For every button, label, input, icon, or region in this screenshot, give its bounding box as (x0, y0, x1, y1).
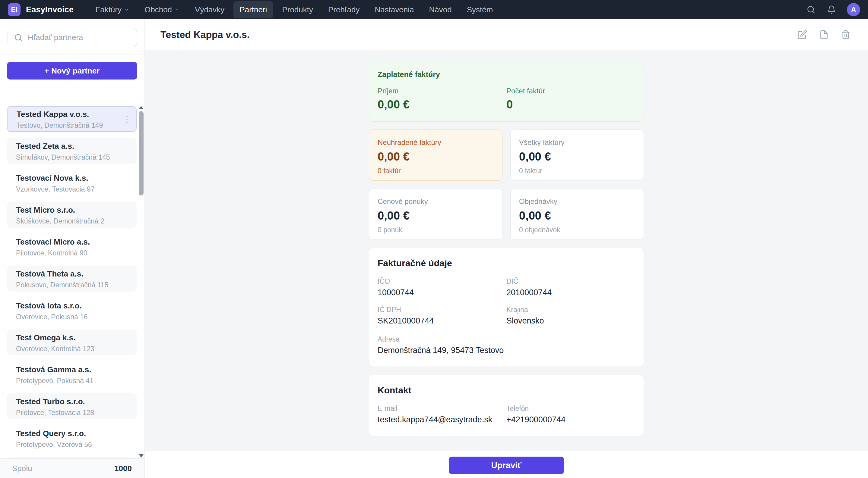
card-subtext: 0 faktúr (519, 167, 635, 175)
user-avatar[interactable]: A (847, 3, 860, 16)
partner-sidebar: + Nový partner Tested Kappa v.o.s. Testo… (0, 19, 145, 478)
nav-item-obchod[interactable]: Obchod (138, 1, 186, 19)
field-ico: IČO 10000744 (378, 277, 506, 297)
new-partner-button[interactable]: + Nový partner (7, 62, 137, 79)
search-input[interactable] (28, 33, 131, 42)
card-subtext: 0 faktúr (378, 167, 494, 175)
page-title: Tested Kappa v.o.s. (160, 29, 250, 40)
detail-header: Tested Kappa v.o.s. (145, 19, 868, 50)
trash-icon (841, 30, 850, 39)
nav-item-produkty[interactable]: Produkty (276, 1, 319, 19)
field-telefon: Telefón +421900000744 (506, 405, 635, 424)
card-title: Zaplatené faktúry (378, 70, 635, 79)
contact-card: Kontakt E-mail tested.kappa744@easytrade… (369, 375, 644, 436)
field-krajina: Krajina Slovensko (506, 306, 635, 326)
chevron-down-icon (124, 7, 129, 12)
unpaid-invoices-card: Neuhradené faktúry 0,00 € 0 faktúr (369, 130, 502, 181)
field-adresa: Adresa Demonštračná 149, 95473 Testovo (378, 335, 635, 355)
partner-name: Tested Zeta a.s. (16, 142, 128, 151)
list-item[interactable]: Tested Kappa v.o.s. Testovo, Demonštračn… (7, 106, 136, 132)
card-subtext: 0 objednávok (519, 226, 635, 234)
main-panel: Tested Kappa v.o.s. Zaplatené faktúry (145, 19, 868, 478)
partner-name: Testovací Micro a.s. (16, 237, 128, 247)
partner-list: Tested Kappa v.o.s. Testovo, Demonštračn… (0, 106, 138, 458)
partner-address: Testovo, Demonštračná 149 (17, 122, 128, 130)
edit-icon (798, 30, 807, 39)
sidebar-scrollbar[interactable] (138, 106, 144, 457)
search-icon (14, 33, 23, 42)
card-title: Všetky faktúry (519, 138, 635, 147)
billing-info-card: Fakturačné údaje IČO 10000744 DIČ 201000… (369, 248, 644, 367)
edit-button[interactable]: Upraviť (449, 456, 564, 474)
partner-name: Testová Theta a.s. (16, 269, 128, 279)
nav-item-partneri[interactable]: Partneri (234, 1, 273, 19)
partner-name: Tested Turbo s.r.o. (16, 397, 128, 407)
partner-address: Vzorkovce, Testovacia 97 (16, 185, 128, 193)
partner-name: Tested Query s.r.o. (16, 429, 128, 439)
all-invoices-card: Všetky faktúry 0,00 € 0 faktúr (510, 130, 644, 181)
partner-name: Tested Kappa v.o.s. (17, 110, 128, 119)
main-nav: Faktúry Obchod Výdavky Partneri Produkty… (89, 1, 499, 19)
chevron-down-icon (174, 7, 180, 12)
quotes-card: Cenové ponuky 0,00 € 0 ponúk (369, 189, 502, 240)
list-item[interactable]: Testová Gamma a.s. Prototypovo, Pokusná … (7, 362, 136, 387)
partner-address: Overovice, Pokusná 16 (16, 313, 128, 321)
card-value: 0,00 € (519, 209, 635, 222)
partner-address: Pilotovce, Kontrolná 90 (16, 249, 128, 257)
partner-address: Pokusovo, Demonštračná 115 (16, 281, 128, 289)
list-item[interactable]: Test Micro s.r.o. Skúškovce, Demonštračn… (7, 202, 136, 228)
list-item[interactable]: Test Omega k.s. Overovice, Kontrolná 123 (7, 330, 136, 355)
partner-name: Test Omega k.s. (16, 333, 128, 343)
partner-name: Testovací Nova k.s. (16, 173, 128, 183)
card-value: 0,00 € (378, 150, 494, 163)
scrollbar-thumb[interactable] (139, 111, 144, 196)
kebab-menu-icon[interactable] (124, 114, 129, 125)
delete-partner-button[interactable] (839, 28, 852, 41)
nav-item-navod[interactable]: Návod (423, 1, 458, 19)
partner-search-box (7, 28, 137, 47)
nav-item-faktury[interactable]: Faktúry (89, 1, 135, 19)
edit-partner-button[interactable] (796, 28, 809, 41)
partner-address: Simulákov, Demonštračná 145 (16, 153, 128, 162)
detail-footer: Upraviť (145, 451, 868, 478)
partner-address: Prototypovo, Vzorová 56 (16, 441, 128, 449)
list-item[interactable]: Tested Turbo s.r.o. Pilotovce, Testovaci… (7, 394, 136, 419)
list-item[interactable]: Testovací Micro a.s. Pilotovce, Kontroln… (7, 234, 136, 260)
global-search-button[interactable] (806, 4, 816, 15)
nav-item-nastavenia[interactable]: Nastavenia (369, 1, 420, 19)
nav-item-prehlady[interactable]: Prehľady (322, 1, 366, 19)
scroll-up-icon[interactable] (139, 106, 144, 109)
app-title: EasyInvoice (26, 5, 73, 14)
notifications-button[interactable] (826, 4, 837, 15)
list-item[interactable]: Tested Zeta a.s. Simulákov, Demonštračná… (7, 138, 136, 164)
section-title: Fakturačné údaje (378, 258, 635, 268)
total-label: Spolu (12, 464, 32, 473)
card-subtext: 0 ponúk (378, 226, 494, 234)
card-title: Neuhradené faktúry (378, 138, 494, 147)
paid-invoices-card: Zaplatené faktúry Príjem 0,00 € Počet fa… (369, 61, 644, 122)
brand-link[interactable]: EI EasyInvoice (8, 3, 73, 16)
nav-item-system[interactable]: Systém (461, 1, 499, 19)
income-value: 0,00 € (378, 98, 506, 111)
list-item[interactable]: Testovací Nova k.s. Vzorkovce, Testovaci… (7, 170, 136, 196)
field-dic: DIČ 2010000744 (506, 277, 635, 297)
invoice-count-label: Počet faktúr (506, 87, 635, 95)
app-logo-icon: EI (8, 3, 21, 16)
document-icon (819, 30, 829, 39)
bell-icon (827, 5, 836, 14)
list-item[interactable]: Testová Iota s.r.o. Overovice, Pokusná 1… (7, 298, 136, 323)
list-item[interactable]: Tested Query s.r.o. Prototypovo, Vzorová… (7, 425, 136, 451)
partner-address: Prototypovo, Pokusná 41 (16, 377, 128, 385)
partner-address: Overovice, Kontrolná 123 (16, 345, 128, 353)
scroll-down-icon[interactable] (139, 454, 144, 457)
sidebar-footer: Spolu 1000 (0, 458, 145, 478)
invoice-count-value: 0 (506, 98, 635, 111)
card-value: 0,00 € (519, 150, 635, 163)
nav-item-vydavky[interactable]: Výdavky (189, 1, 230, 19)
list-item[interactable]: Testová Theta a.s. Pokusovo, Demonštračn… (7, 266, 136, 292)
new-document-button[interactable] (817, 28, 831, 41)
field-email: E-mail tested.kappa744@easytrade.sk (378, 405, 506, 424)
section-title: Kontakt (378, 385, 635, 396)
easyinvoice-app: EI EasyInvoice Faktúry Obchod Výdavky Pa… (0, 0, 868, 478)
top-navbar: EI EasyInvoice Faktúry Obchod Výdavky Pa… (0, 0, 868, 19)
